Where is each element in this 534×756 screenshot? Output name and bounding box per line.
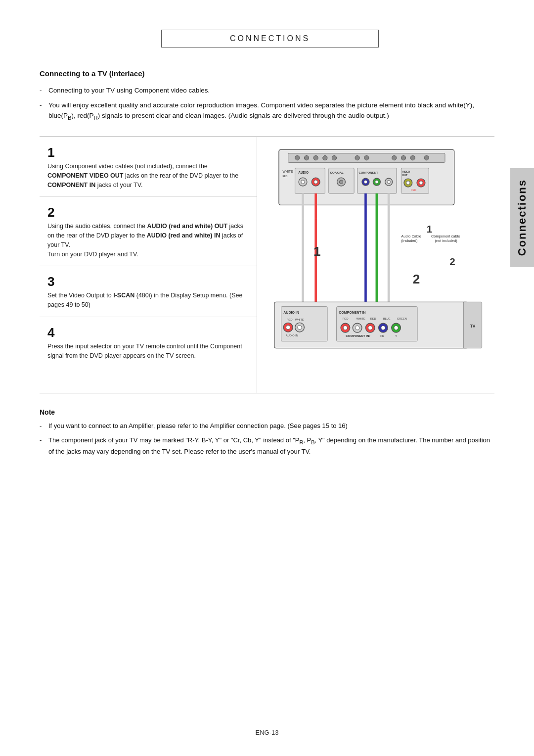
- note-item-1: If you want to connect to an Amplifier, …: [40, 421, 494, 431]
- svg-text:OUT: OUT: [402, 174, 408, 177]
- step-2-number: 2: [47, 206, 249, 219]
- intro-item-2: You will enjoy excellent quality and acc…: [40, 100, 494, 122]
- svg-point-11: [410, 156, 415, 160]
- svg-point-24: [339, 180, 343, 184]
- page-container: Connections CONNECTIONS Connecting to a …: [0, 0, 534, 756]
- svg-text:RED: RED: [282, 175, 287, 178]
- svg-text:(not included): (not included): [435, 238, 457, 243]
- svg-text:COMPONENT: COMPONENT: [358, 171, 378, 174]
- svg-point-37: [406, 181, 410, 185]
- note-item-2: The component jack of your TV may be mar…: [40, 435, 494, 457]
- svg-text:AUDIO: AUDIO: [298, 171, 309, 174]
- intro-item-1: Connecting to your TV using Component vi…: [40, 86, 494, 95]
- svg-text:Y: Y: [395, 334, 397, 337]
- svg-point-30: [375, 180, 379, 184]
- note-list: If you want to connect to an Amplifier, …: [40, 421, 494, 457]
- note-section: Note If you want to connect to an Amplif…: [40, 408, 494, 457]
- svg-text:Component cable: Component cable: [431, 234, 460, 238]
- main-content: 1 Using Component video cables (not incl…: [40, 137, 494, 393]
- svg-point-82: [394, 326, 398, 330]
- side-tab: Connections: [510, 168, 534, 267]
- svg-text:RED: RED: [411, 189, 416, 191]
- section-header: CONNECTIONS: [161, 30, 379, 47]
- page-subtitle: Connecting to a TV (Interlace): [40, 69, 494, 78]
- step-3-number: 3: [47, 275, 249, 288]
- svg-point-40: [419, 181, 423, 185]
- page-footer: ENG-13: [0, 729, 534, 736]
- side-tab-label: Connections: [516, 179, 529, 256]
- svg-text:RED: RED: [370, 317, 376, 320]
- svg-text:VIDEO: VIDEO: [402, 170, 410, 173]
- svg-text:COMPONENT IN: COMPONENT IN: [339, 311, 365, 314]
- svg-text:COMPONENT IN: COMPONENT IN: [346, 334, 369, 337]
- svg-text:AUDIO IN: AUDIO IN: [286, 334, 298, 337]
- svg-point-7: [355, 156, 359, 160]
- svg-point-5: [323, 156, 327, 160]
- svg-point-20: [314, 180, 317, 184]
- svg-text:WHITE: WHITE: [295, 318, 304, 321]
- diagram-column: WHITE RED AUDIO COAXIAL COMPONENT: [257, 137, 494, 393]
- svg-text:RED: RED: [343, 317, 349, 320]
- svg-text:RED: RED: [287, 318, 293, 321]
- svg-text:WHITE: WHITE: [282, 170, 293, 173]
- svg-point-74: [343, 326, 347, 330]
- svg-point-4: [313, 156, 318, 160]
- connection-diagram: WHITE RED AUDIO COAXIAL COMPONENT: [265, 145, 487, 385]
- svg-point-62: [286, 326, 290, 330]
- svg-point-18: [301, 180, 305, 184]
- step-2-text: Using the audio cables, connect the AUDI…: [47, 222, 249, 259]
- step-4-text: Press the input selector on your TV remo…: [47, 342, 249, 361]
- step-1-number: 1: [47, 146, 249, 159]
- step-3: 3 Set the Video Output to I-SCAN (480i) …: [40, 266, 257, 317]
- svg-point-12: [424, 156, 429, 160]
- svg-text:COAXIAL: COAXIAL: [330, 171, 344, 174]
- svg-point-6: [332, 156, 336, 160]
- svg-text:2: 2: [449, 256, 455, 267]
- svg-text:Pb: Pb: [380, 334, 384, 337]
- step-1: 1 Using Component video cables (not incl…: [40, 137, 257, 197]
- page-number: ENG-13: [256, 729, 279, 736]
- svg-text:TV: TV: [470, 324, 476, 329]
- svg-point-3: [304, 156, 309, 160]
- note-title: Note: [40, 408, 494, 416]
- svg-point-10: [401, 156, 405, 160]
- svg-text:(Included): (Included): [401, 238, 418, 243]
- step-4: 4 Press the input selector on your TV re…: [40, 317, 257, 368]
- step-3-text: Set the Video Output to I-SCAN (480i) in…: [47, 291, 249, 310]
- svg-text:1: 1: [313, 244, 321, 259]
- svg-text:2: 2: [413, 272, 420, 286]
- svg-point-8: [364, 156, 369, 160]
- section-title: CONNECTIONS: [230, 34, 310, 43]
- svg-text:GREEN: GREEN: [397, 317, 407, 320]
- intro-list: Connecting to your TV using Component vi…: [40, 86, 494, 122]
- svg-point-64: [298, 326, 302, 330]
- svg-text:Audio Cable: Audio Cable: [401, 234, 421, 238]
- step-2: 2 Using the audio cables, connect the AU…: [40, 197, 257, 266]
- svg-text:BLUE: BLUE: [383, 317, 391, 320]
- svg-point-78: [368, 326, 372, 330]
- svg-point-76: [355, 326, 359, 330]
- svg-text:1: 1: [427, 223, 432, 235]
- svg-point-9: [392, 156, 397, 160]
- svg-text:AUDIO IN: AUDIO IN: [283, 311, 299, 314]
- step-4-number: 4: [47, 326, 249, 339]
- svg-point-80: [381, 326, 385, 330]
- svg-point-32: [387, 180, 391, 184]
- steps-column: 1 Using Component video cables (not incl…: [40, 137, 257, 393]
- step-1-text: Using Component video cables (not includ…: [47, 162, 249, 189]
- svg-point-2: [295, 156, 300, 160]
- svg-text:WHITE: WHITE: [356, 317, 365, 320]
- svg-point-28: [364, 180, 367, 184]
